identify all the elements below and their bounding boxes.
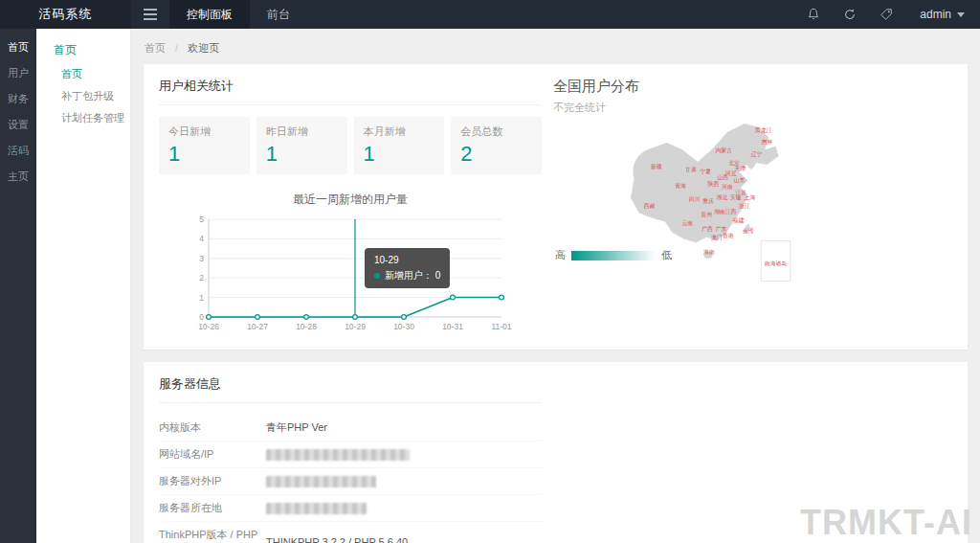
menu-toggle-button[interactable]: [131, 0, 169, 29]
topbar-menu: 控制面板前台: [169, 0, 307, 29]
map-province-label: 上海: [745, 194, 756, 201]
svg-text:1: 1: [199, 293, 204, 303]
map-province-label: 宁夏: [700, 169, 711, 175]
theme-button[interactable]: [868, 0, 904, 29]
map-province-label: 四川: [689, 196, 701, 202]
submenu-item[interactable]: 补丁包升级: [36, 85, 130, 107]
svg-text:10-29: 10-29: [345, 322, 366, 331]
map-province-label: 湖北: [717, 194, 728, 201]
map-province-label: 天津: [735, 166, 746, 172]
submenu-items: 首页补丁包升级计划任务管理: [36, 63, 130, 129]
map-province-label: 台湾: [743, 228, 754, 235]
sidebar-item[interactable]: 财务: [0, 86, 36, 112]
breadcrumb: 首页 / 欢迎页: [131, 29, 980, 64]
sidebar-item[interactable]: 主页: [0, 164, 36, 190]
map-province-label: 南海诸岛: [765, 260, 788, 267]
stat-value: 1: [266, 142, 338, 167]
username: admin: [920, 8, 951, 21]
server-row-value: [266, 448, 410, 461]
server-row-label: 网站域名/IP: [159, 447, 266, 462]
breadcrumb-home[interactable]: 首页: [145, 42, 166, 54]
stats-section: 用户相关统计 今日新增1昨日新增1本月新增1会员总数2 最近一周新增的用户量 0…: [159, 78, 542, 336]
topbar-right: admin: [795, 0, 980, 29]
svg-text:4: 4: [199, 234, 204, 243]
primary-sidebar: 首页用户财务设置活码主页: [0, 29, 36, 543]
stat-value: 1: [364, 142, 435, 167]
server-row-value: THINKPHP 3.2.2 / PHP 5.6.40: [266, 536, 408, 543]
map-province-label: 海南: [703, 249, 715, 256]
stat-box: 昨日新增1: [256, 117, 347, 174]
stat-box: 今日新增1: [159, 117, 250, 174]
server-row-value: 青年PHP Ver: [266, 420, 327, 435]
map-title: 全国用户分布: [553, 78, 952, 96]
map-province-label: 内蒙古: [715, 148, 732, 155]
svg-text:5: 5: [199, 215, 204, 224]
server-row-label: ThinkPHP版本 / PHP版本: [159, 528, 266, 543]
map-province-label: 广东: [716, 226, 727, 232]
submenu-item[interactable]: 计划任务管理: [36, 107, 130, 129]
svg-text:10-31: 10-31: [442, 322, 463, 331]
server-row-label: 服务器所在地: [159, 501, 266, 515]
map-province-label: 新疆: [651, 164, 662, 170]
map-province-label: 山西: [718, 174, 729, 180]
svg-text:10-30: 10-30: [393, 322, 414, 331]
stat-label: 昨日新增: [266, 124, 338, 139]
map-legend: 高 低: [555, 248, 672, 262]
app-logo[interactable]: 活码系统: [0, 0, 131, 29]
svg-text:10-26: 10-26: [198, 322, 219, 331]
server-row-value: [266, 502, 367, 514]
sidebar-item[interactable]: 活码: [0, 138, 36, 164]
map-province-label: 湖南: [714, 209, 725, 215]
server-row-label: 内核版本: [159, 420, 266, 435]
sidebar-item[interactable]: 用户: [0, 60, 36, 86]
user-menu[interactable]: admin: [904, 0, 980, 29]
chevron-down-icon: [957, 12, 965, 17]
sidebar-item[interactable]: 设置: [0, 112, 36, 138]
chart-title: 最近一周新增的用户量: [159, 192, 542, 208]
map-province-label: 澳门: [711, 234, 723, 241]
map-province-label: 浙江: [739, 203, 750, 210]
map-province-label: 西藏: [644, 203, 656, 209]
map-province-label: 云南: [681, 220, 693, 226]
stat-label: 今日新增: [168, 124, 240, 139]
server-row: ThinkPHP版本 / PHP版本THINKPHP 3.2.2 / PHP 5…: [159, 522, 542, 543]
breadcrumb-current: 欢迎页: [188, 42, 219, 54]
stat-boxes: 今日新增1昨日新增1本月新增1会员总数2: [159, 117, 542, 174]
china-map-section: 全国用户分布 不完全统计 新疆西藏青海甘肃内蒙古黑龙江吉林辽宁北京天津河北山西山…: [542, 78, 952, 336]
submenu-item[interactable]: 首页: [36, 63, 130, 85]
breadcrumb-separator: /: [175, 42, 178, 54]
bell-icon: [807, 8, 820, 21]
line-chart: 01234510-2610-2710-2810-2910-3010-3111-0…: [188, 214, 513, 333]
watermark: TRMKT-AI: [800, 503, 972, 543]
sidebar-item[interactable]: 首页: [0, 34, 36, 60]
stat-box: 本月新增1: [354, 117, 445, 174]
blurred-value: [266, 503, 367, 514]
server-row: 服务器所在地: [159, 495, 542, 522]
map-province-label: 陕西: [708, 180, 720, 187]
map-province-label: 甘肃: [685, 167, 697, 172]
topbar-tab[interactable]: 控制面板: [169, 0, 250, 29]
svg-text:0: 0: [199, 312, 204, 322]
server-row: 服务器对外IP: [159, 468, 542, 495]
legend-low-label: 低: [661, 248, 672, 262]
server-row-label: 服务器对外IP: [159, 474, 266, 488]
notifications-button[interactable]: [795, 0, 832, 29]
svg-text:11-01: 11-01: [491, 322, 511, 331]
map-province-label: 香港: [723, 232, 734, 239]
svg-text:3: 3: [199, 254, 204, 263]
stat-label: 会员总数: [460, 124, 532, 139]
stat-box: 会员总数2: [451, 117, 542, 174]
legend-high-label: 高: [555, 248, 566, 262]
map-province-label: 贵州: [701, 212, 712, 218]
svg-text:10-27: 10-27: [247, 322, 268, 331]
clear-cache-button[interactable]: [832, 0, 868, 29]
svg-text:2: 2: [199, 273, 204, 283]
map-province-label: 安徽: [730, 193, 742, 201]
map-province-label: 广西: [702, 226, 713, 232]
server-info-table: 内核版本青年PHP Ver网站域名/IP服务器对外IP服务器所在地ThinkPH…: [159, 415, 542, 543]
submenu-group-title[interactable]: 首页: [36, 36, 130, 63]
blurred-value: [266, 449, 410, 461]
server-card-title: 服务器信息: [159, 375, 542, 403]
topbar-tab[interactable]: 前台: [250, 0, 307, 29]
svg-text:10-28: 10-28: [296, 322, 317, 331]
